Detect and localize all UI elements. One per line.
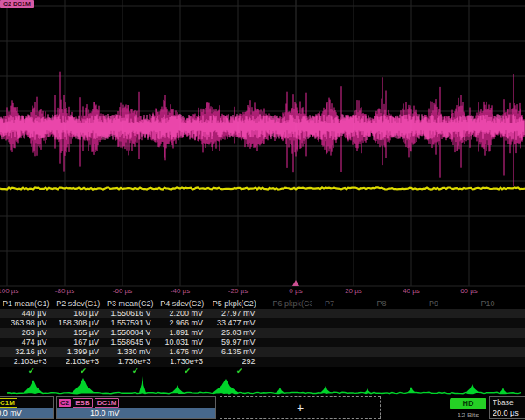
- measure-status-check: ✔: [208, 367, 261, 376]
- measure-value-cell: [469, 357, 522, 367]
- measure-value-cell: 2.200 mV: [157, 309, 209, 318]
- measure-value-cell: 1.558645 V: [104, 338, 157, 347]
- measure-value-cell: 363.98 µV: [0, 318, 52, 328]
- measure-param-header-p6[interactable]: P6 pkpk(C3): [261, 299, 313, 309]
- measure-param-header-p10[interactable]: P10: [469, 299, 522, 309]
- measure-value-cell: [312, 357, 365, 367]
- measure-param-header-p8[interactable]: P8: [365, 299, 417, 309]
- measure-status-check: ✔: [157, 367, 209, 376]
- measure-param-header-p9[interactable]: P9: [416, 299, 469, 309]
- c1-coupling-badge: DC1M: [0, 398, 18, 408]
- measure-value-cell: [261, 347, 313, 357]
- measure-value-cell: 474 µV: [0, 338, 52, 347]
- measure-value-cell: 59.97 mV: [208, 338, 261, 347]
- measure-value-cell: [312, 338, 365, 347]
- measure-value-cell: [365, 309, 417, 318]
- add-trace-button[interactable]: +: [220, 396, 381, 419]
- measure-param-header-p3[interactable]: P3 mean(C2): [104, 299, 157, 309]
- measurement-table: P1 mean(C1)P2 sdev(C1)P3 mean(C2)P4 sdev…: [0, 299, 525, 376]
- timebase-descriptor[interactable]: Tbase 20.0 µs: [489, 396, 525, 419]
- timebase-tick-label: 20 µs: [345, 287, 362, 295]
- measure-value-cell: [469, 347, 522, 357]
- measure-value-cell: [312, 328, 365, 338]
- timebase-tick-label: 40 µs: [402, 287, 420, 295]
- measure-value-cell: 167 µV: [52, 338, 105, 347]
- hd-mode-badge[interactable]: HD: [450, 398, 486, 410]
- measure-value-cell: 1.557591 V: [104, 318, 157, 328]
- measure-value-cell: 1.730e+3: [157, 357, 209, 367]
- measure-param-header-p2[interactable]: P2 sdev(C1): [52, 299, 105, 309]
- measure-status-check: [416, 367, 469, 376]
- measure-param-header-p1[interactable]: P1 mean(C1): [0, 299, 52, 309]
- c2-volts-per-div: 10.0 mV: [57, 408, 215, 418]
- measure-value-cell: 1.330 mV: [104, 347, 157, 357]
- measure-value-cell: 2.966 mV: [157, 318, 209, 328]
- measure-value-cell: 440 µV: [0, 309, 52, 318]
- timebase-tick-label: -60 µs: [113, 287, 132, 295]
- measure-value-cell: 1.891 mV: [157, 328, 209, 338]
- oscilloscope-screen: C2 DC1M -100 µs-80 µs-60 µs-40 µs-20 µs0…: [0, 0, 525, 420]
- measure-value-cell: 10.031 mV: [157, 338, 209, 347]
- measure-value-cell: [469, 328, 522, 338]
- measure-value-cell: [261, 309, 313, 318]
- measure-value-cell: [365, 347, 417, 357]
- measure-value-cell: [312, 347, 365, 357]
- c2-trace[interactable]: [0, 72, 524, 186]
- measure-status-check: [469, 367, 522, 376]
- measure-value-cell: [312, 309, 365, 318]
- measure-value-cell: [521, 357, 525, 367]
- timebase-tick-label: 0 µs: [289, 287, 302, 295]
- measure-value-cell: [521, 347, 525, 357]
- measure-value-cell: 160 µV: [52, 309, 105, 318]
- measure-status-check: ✔: [52, 367, 105, 376]
- measure-status-check: [261, 367, 313, 376]
- measure-value-cell: 292: [208, 357, 261, 367]
- measure-value-cell: [469, 338, 522, 347]
- measure-value-cell: [416, 347, 469, 357]
- timebase-tick-label: 60 µs: [460, 287, 478, 295]
- descriptor-bar: C1 DC1M 50.0 mV C2 ESB DC1M 10.0 mV + HD…: [0, 396, 525, 420]
- measure-param-header-p5[interactable]: P5 pkpk(C2): [208, 299, 261, 309]
- measure-param-header-p11[interactable]: P: [521, 299, 525, 309]
- channel-c2-descriptor[interactable]: C2 ESB DC1M 10.0 mV: [56, 396, 216, 419]
- c2-mode-badge: ESB: [73, 398, 92, 408]
- timebase-axis: -100 µs-80 µs-60 µs-40 µs-20 µs0 µs20 µs…: [0, 286, 525, 298]
- measure-value-cell: [416, 338, 469, 347]
- hd-bits-label: 12 Bits: [450, 411, 486, 419]
- measure-value-cell: [261, 357, 313, 367]
- measure-value-cell: [521, 328, 525, 338]
- measure-value-cell: [365, 357, 417, 367]
- measure-value-cell: [261, 338, 313, 347]
- timebase-value: 20.0 µs: [493, 409, 519, 417]
- timebase-tick-label: -100 µs: [0, 287, 18, 295]
- measure-value-cell: [521, 309, 525, 318]
- measure-status-check: [312, 367, 365, 376]
- measure-value-cell: [416, 328, 469, 338]
- measure-value-cell: 1.676 mV: [157, 347, 209, 357]
- measure-value-cell: 263 µV: [0, 328, 52, 338]
- plus-icon: +: [297, 401, 304, 415]
- measure-status-check: [521, 367, 525, 376]
- measure-value-cell: [312, 318, 365, 328]
- measure-value-cell: 32.16 µV: [0, 347, 52, 357]
- measure-param-header-p4[interactable]: P4 sdev(C2): [157, 299, 209, 309]
- c1-trace[interactable]: [0, 187, 525, 189]
- channel-c1-descriptor[interactable]: C1 DC1M 50.0 mV: [0, 396, 54, 419]
- timebase-label: Tbase: [493, 398, 514, 407]
- measure-value-cell: [521, 338, 525, 347]
- measure-value-cell: [521, 318, 525, 328]
- measure-param-header-p7[interactable]: P7: [312, 299, 365, 309]
- measure-value-cell: 33.477 mV: [208, 318, 261, 328]
- measure-value-cell: 155 µV: [52, 328, 105, 338]
- measure-value-cell: [365, 338, 417, 347]
- measure-value-cell: [416, 318, 469, 328]
- c2-channel-badge: C2: [59, 399, 71, 407]
- top-left-status-badge: C2 DC1M: [0, 0, 34, 8]
- measure-value-cell: 6.135 mV: [208, 347, 261, 357]
- trigger-position-marker[interactable]: [292, 280, 299, 286]
- measure-value-cell: 158.308 µV: [52, 318, 105, 328]
- measure-status-check: ✔: [0, 367, 52, 376]
- measure-value-cell: 1.550616 V: [104, 309, 157, 318]
- timebase-tick-label: -40 µs: [171, 287, 190, 295]
- measure-value-cell: [416, 357, 469, 367]
